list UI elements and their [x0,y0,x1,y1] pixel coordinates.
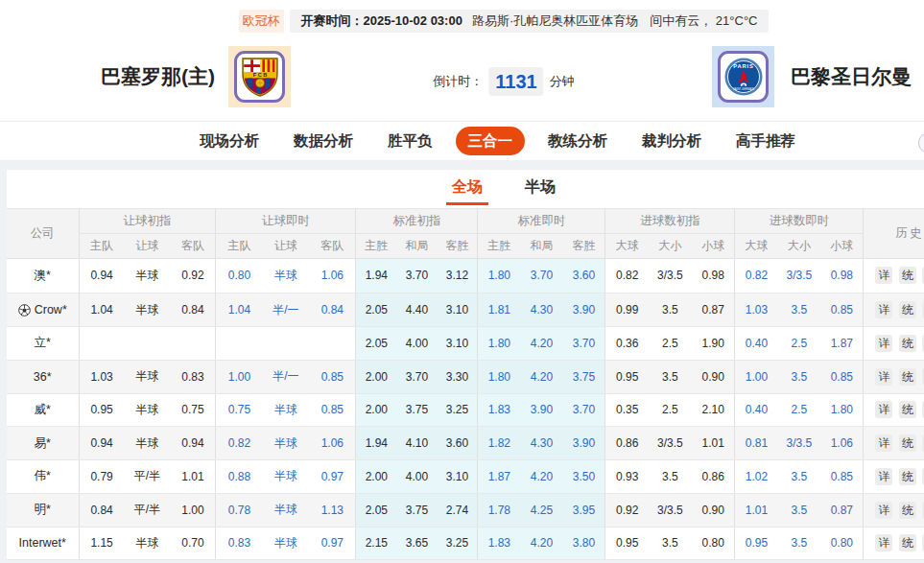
odds-cell[interactable]: 1.83 [478,393,520,427]
odds-cell[interactable]: 0.85 [820,360,864,393]
odds-cell[interactable]: 3.75 [563,360,605,393]
odds-cell[interactable]: 3/3.5 [778,258,821,293]
detail-button[interactable]: 详 [875,534,892,551]
odds-cell[interactable]: 1.78 [478,493,520,527]
odds-cell[interactable]: 0.85 [309,393,356,427]
odds-cell[interactable]: 1.82 [478,427,520,460]
odds-cell[interactable]: 4.20 [520,527,562,560]
odds-cell[interactable]: 1.04 [216,293,263,327]
odds-cell[interactable]: 1.80 [478,327,520,361]
odds-cell[interactable]: 半/一 [263,360,310,393]
detail-button[interactable]: 详 [875,301,892,318]
odds-cell[interactable]: 1.03 [735,293,778,327]
odds-cell[interactable]: 1.01 [735,493,778,527]
stats-button[interactable]: 统 [899,434,916,452]
odds-cell[interactable]: 0.40 [735,327,778,361]
odds-cell[interactable]: 3.5 [778,293,821,327]
odds-cell[interactable]: 3.70 [563,393,605,427]
nav-tab-win-draw-lose[interactable]: 胜平负 [388,131,433,152]
odds-cell[interactable]: 3.5 [778,493,821,527]
odds-cell[interactable]: 0.80 [820,527,864,560]
odds-cell[interactable]: 1.02 [735,460,778,494]
stats-button[interactable]: 统 [899,401,916,418]
odds-cell[interactable]: 0.97 [309,527,356,560]
odds-cell[interactable]: 半/一 [263,293,310,327]
odds-cell[interactable]: 3.70 [563,327,605,361]
odds-cell[interactable]: 0.84 [309,293,356,327]
odds-cell[interactable]: 3.60 [563,258,605,293]
odds-cell[interactable]: 0.81 [735,427,778,460]
odds-cell[interactable]: 0.95 [735,527,778,560]
odds-cell[interactable]: 半球 [263,527,310,560]
odds-cell[interactable]: 1.06 [820,427,864,460]
odds-cell[interactable]: 4.30 [520,293,562,327]
nav-tab-live-analysis[interactable]: 现场分析 [200,131,259,152]
stats-button[interactable]: 统 [899,468,916,485]
odds-cell[interactable]: 2.5 [778,327,821,361]
odds-cell[interactable]: 0.75 [216,393,263,427]
odds-cell[interactable]: 1.80 [478,360,520,393]
detail-button[interactable]: 详 [875,434,892,452]
odds-cell[interactable]: 1.06 [309,427,356,460]
odds-cell[interactable]: 4.20 [520,360,562,393]
stats-button[interactable]: 统 [899,502,916,519]
odds-cell[interactable]: 4.20 [520,460,562,494]
stats-button[interactable]: 统 [899,301,916,318]
nav-tab-data-analysis[interactable]: 数据分析 [294,131,353,152]
nav-tab-referee-analysis[interactable]: 裁判分析 [642,131,701,152]
detail-button[interactable]: 详 [875,368,892,386]
odds-cell[interactable]: 1.83 [478,527,520,560]
odds-cell[interactable]: 1.00 [735,360,778,393]
odds-cell[interactable]: 3.70 [520,258,562,293]
nav-tab-three-in-one-active[interactable]: 三合一 [456,127,526,155]
stats-button[interactable]: 统 [899,267,916,284]
subtab-half-match[interactable]: 半场 [519,170,561,205]
floating-widget-button[interactable] [918,132,924,153]
odds-cell[interactable]: 半球 [263,460,310,494]
odds-cell[interactable]: 3.95 [563,493,605,527]
odds-cell[interactable]: 半球 [263,493,310,527]
odds-cell[interactable]: 0.97 [309,460,356,494]
odds-cell[interactable]: 1.80 [820,393,864,427]
odds-cell[interactable]: 0.83 [216,527,263,560]
odds-cell[interactable]: 1.80 [478,258,520,293]
odds-cell[interactable]: 2.5 [778,393,821,427]
odds-cell[interactable]: 3.90 [520,393,562,427]
odds-cell[interactable]: 0.78 [216,493,263,527]
stats-button[interactable]: 统 [899,368,916,386]
odds-cell[interactable]: 3.5 [778,360,821,393]
subtab-full-match[interactable]: 全场 [446,170,488,205]
odds-cell[interactable]: 1.87 [820,327,864,361]
odds-cell[interactable]: 1.00 [216,360,263,393]
odds-cell[interactable]: 0.40 [735,393,778,427]
odds-cell[interactable]: 3.50 [563,460,605,494]
odds-cell[interactable]: 半球 [263,427,310,460]
detail-button[interactable]: 详 [875,401,892,418]
odds-cell[interactable]: 0.87 [820,493,864,527]
detail-button[interactable]: 详 [875,468,892,485]
odds-cell[interactable]: 0.80 [216,258,263,293]
nav-tab-expert-recommend[interactable]: 高手推荐 [736,131,795,152]
odds-cell[interactable]: 1.13 [309,493,356,527]
odds-cell[interactable]: 半球 [263,258,310,293]
odds-cell[interactable]: 半球 [263,393,310,427]
odds-cell[interactable]: 3.90 [563,427,605,460]
stats-button[interactable]: 统 [899,534,916,551]
odds-cell[interactable]: 3/3.5 [778,427,821,460]
detail-button[interactable]: 详 [875,267,892,284]
odds-cell[interactable]: 4.30 [520,427,562,460]
odds-cell[interactable]: 0.98 [820,258,864,293]
odds-cell[interactable]: 1.87 [478,460,520,494]
league-badge[interactable]: 欧冠杯 [239,10,284,33]
odds-cell[interactable]: 3.5 [778,460,821,494]
odds-cell[interactable]: 1.81 [478,293,520,327]
odds-cell[interactable]: 4.20 [520,327,562,361]
detail-button[interactable]: 详 [875,335,892,352]
odds-cell[interactable]: 1.06 [309,258,356,293]
odds-cell[interactable]: 0.88 [216,460,263,494]
odds-cell[interactable]: 0.82 [216,427,263,460]
odds-cell[interactable]: 4.25 [520,493,562,527]
odds-cell[interactable]: 0.85 [820,460,864,494]
odds-cell[interactable]: 0.82 [735,258,778,293]
odds-cell[interactable]: 3.80 [563,527,605,560]
